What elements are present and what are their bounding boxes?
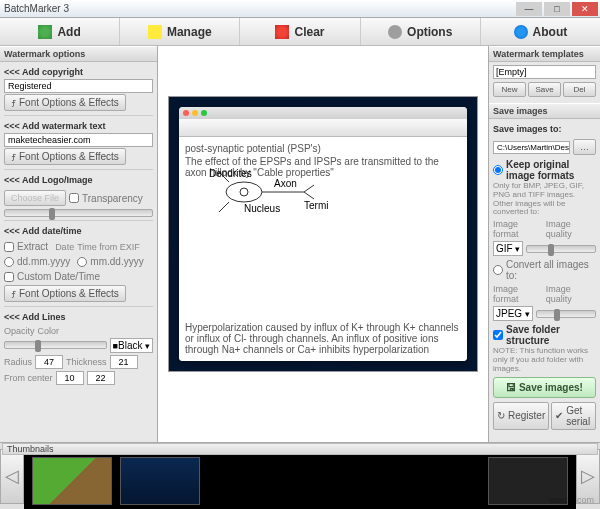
add-icon: [38, 25, 52, 39]
logo-slider[interactable]: [4, 209, 153, 217]
watermark-options-header: Watermark options: [0, 46, 157, 62]
clear-label: Clear: [294, 25, 324, 39]
radius-spin[interactable]: [35, 355, 63, 369]
add-button[interactable]: Add: [0, 18, 120, 45]
thumbnail-2[interactable]: [120, 457, 200, 505]
manage-label: Manage: [167, 25, 212, 39]
get-serial-button[interactable]: ✔Get serial: [551, 402, 596, 430]
check-icon: ✔: [555, 410, 563, 421]
transparency-label: Transparency: [82, 193, 143, 204]
format-dropdown-1[interactable]: GIF ▾: [493, 241, 523, 256]
font-icon: Ꞙ: [11, 288, 16, 299]
key-icon: ↻: [497, 410, 505, 421]
dmy-radio[interactable]: dd.mm.yyyy: [4, 256, 70, 267]
save-folder-check[interactable]: Save folder structure: [493, 324, 592, 346]
text-header: <<< Add watermark text: [4, 119, 153, 133]
about-icon: [514, 25, 528, 39]
save-path-field[interactable]: C:\Users\Martin\Desktop\Images: [493, 141, 570, 154]
svg-text:Axon: Axon: [274, 178, 297, 189]
copyright-header: <<< Add copyright: [4, 65, 153, 79]
registered-field[interactable]: Registered: [4, 79, 153, 93]
svg-text:Dendrites: Dendrites: [209, 168, 252, 179]
thumbnail-strip: [24, 453, 576, 510]
manage-button[interactable]: Manage: [120, 18, 240, 45]
preview-area: post-synaptic potential (PSP's) The effe…: [158, 46, 488, 442]
font-label-2: Font Options & Effects: [19, 151, 119, 162]
clear-button[interactable]: Clear: [240, 18, 360, 45]
font-icon: Ꞙ: [11, 97, 16, 108]
transparency-check[interactable]: Transparency: [69, 193, 143, 204]
convert-all-radio[interactable]: Convert all images to:: [493, 259, 592, 281]
logo-header: <<< Add Logo/Image: [4, 173, 153, 187]
center-y-spin[interactable]: [87, 371, 115, 385]
folder-note: NOTE: This function works only if you ad…: [493, 347, 596, 373]
svg-text:Terminal: Terminal: [304, 200, 329, 211]
keep-format-radio[interactable]: Keep original image formats: [493, 159, 592, 181]
lines-header: <<< Add Lines: [4, 310, 153, 324]
save-icon: 🖫: [506, 382, 516, 393]
clear-icon: [275, 25, 289, 39]
svg-line-3: [219, 202, 229, 212]
options-label: Options: [407, 25, 452, 39]
save-images-button[interactable]: 🖫 Save images!: [493, 377, 596, 398]
manage-icon: [148, 25, 162, 39]
format-dropdown-2[interactable]: JPEG ▾: [493, 306, 533, 321]
thumbnails-header: Thumbnails: [2, 443, 598, 455]
color-dropdown[interactable]: ■Black ▾: [110, 338, 153, 353]
template-dropdown[interactable]: [Empty]: [493, 65, 596, 79]
templates-header: Watermark templates: [489, 46, 600, 62]
embedded-window: post-synaptic potential (PSP's) The effe…: [179, 107, 467, 361]
svg-point-1: [240, 188, 248, 196]
preview-image: post-synaptic potential (PSP's) The effe…: [168, 96, 478, 372]
choose-file-button[interactable]: Choose File: [4, 190, 66, 206]
browse-button[interactable]: …: [573, 139, 596, 155]
center-x-spin[interactable]: [56, 371, 84, 385]
neuron-diagram: Dendrites Nucleus Axon Terminal: [209, 167, 329, 227]
watermark-text-field[interactable]: maketecheasier.com: [4, 133, 153, 147]
thick-spin[interactable]: [110, 355, 138, 369]
svg-text:Nucleus: Nucleus: [244, 203, 280, 214]
font-options-button[interactable]: ꞘFont Options & Effects: [4, 94, 126, 111]
site-watermark: wsxdn.com: [549, 495, 594, 505]
svg-line-5: [304, 185, 314, 192]
quality-slider-1[interactable]: [526, 245, 596, 253]
thumbnail-1[interactable]: [32, 457, 112, 505]
quality-slider-2[interactable]: [536, 310, 596, 318]
register-button[interactable]: ↻Register: [493, 402, 549, 430]
save-images-header: Save images: [489, 103, 600, 119]
keep-note: Only for BMP, JPEG, GIF, PNG and TIFF im…: [493, 182, 596, 217]
date-header: <<< Add date/time: [4, 224, 153, 238]
options-button[interactable]: Options: [361, 18, 481, 45]
maximize-button[interactable]: □: [544, 2, 570, 16]
font-label: Font Options & Effects: [19, 97, 119, 108]
minimize-button[interactable]: —: [516, 2, 542, 16]
app-title: BatchMarker 3: [4, 3, 69, 14]
save-tmpl-button[interactable]: Save: [528, 82, 561, 97]
del-button[interactable]: Del: [563, 82, 596, 97]
opacity-slider[interactable]: [4, 341, 107, 349]
svg-line-6: [304, 192, 314, 199]
close-button[interactable]: ✕: [572, 2, 598, 16]
options-icon: [388, 25, 402, 39]
font-options-button-2[interactable]: ꞘFont Options & Effects: [4, 148, 126, 165]
add-label: Add: [57, 25, 80, 39]
thumb-prev-button[interactable]: ◁: [0, 449, 24, 504]
save-to-label: Save images to:: [493, 122, 596, 136]
font-options-button-3[interactable]: ꞘFont Options & Effects: [4, 285, 126, 302]
about-label: About: [533, 25, 568, 39]
font-icon: Ꞙ: [11, 151, 16, 162]
about-button[interactable]: About: [481, 18, 600, 45]
mdy-radio[interactable]: mm.dd.yyyy: [77, 256, 143, 267]
custom-date-check[interactable]: Custom Date/Time: [4, 271, 100, 282]
extract-check[interactable]: Extract: [4, 241, 48, 252]
new-button[interactable]: New: [493, 82, 526, 97]
svg-point-0: [226, 182, 262, 202]
